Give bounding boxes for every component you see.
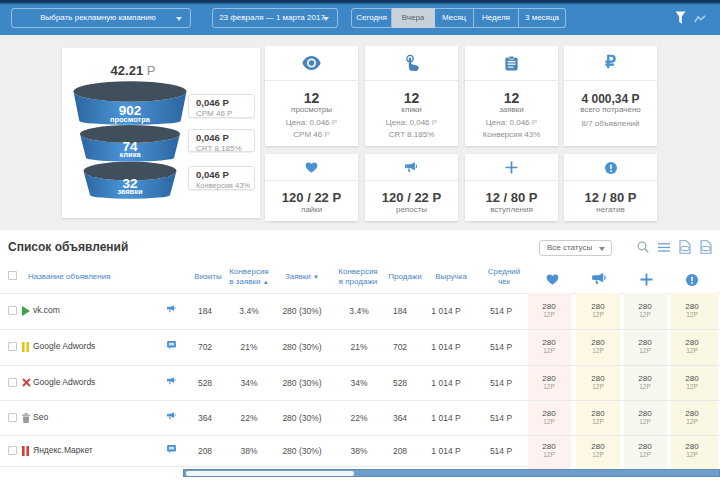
svg-text:клика: клика — [119, 150, 141, 159]
svg-text:просмотра: просмотра — [110, 115, 151, 124]
svg-text:заявки: заявки — [117, 187, 143, 196]
